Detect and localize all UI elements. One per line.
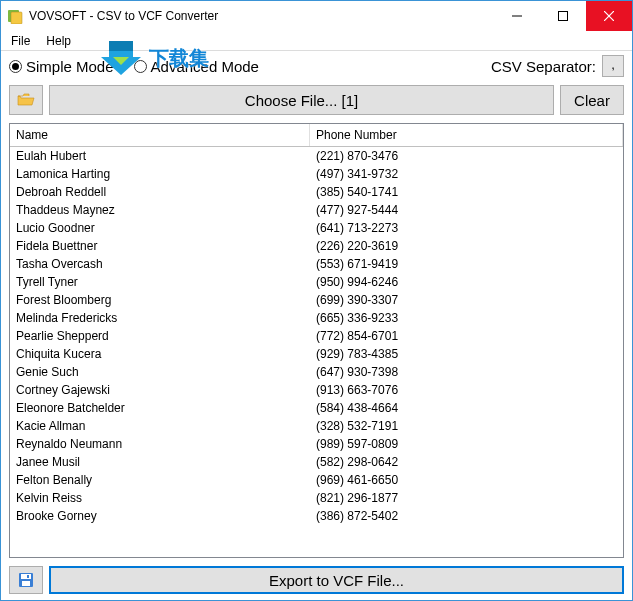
cell-name: Kelvin Reiss <box>10 491 310 505</box>
cell-name: Chiquita Kucera <box>10 347 310 361</box>
cell-phone: (665) 336-9233 <box>310 311 623 325</box>
cell-phone: (477) 927-5444 <box>310 203 623 217</box>
table-row[interactable]: Lamonica Harting(497) 341-9732 <box>10 165 623 183</box>
csv-separator-input[interactable]: , <box>602 55 624 77</box>
cell-name: Tyrell Tyner <box>10 275 310 289</box>
table-row[interactable]: Genie Such(647) 930-7398 <box>10 363 623 381</box>
maximize-button[interactable] <box>540 1 586 31</box>
save-button[interactable] <box>9 566 43 594</box>
radio-circle-icon <box>134 60 147 73</box>
table-row[interactable]: Felton Benally(969) 461-6650 <box>10 471 623 489</box>
contacts-table: Name Phone Number Eulah Hubert(221) 870-… <box>9 123 624 558</box>
cell-phone: (647) 930-7398 <box>310 365 623 379</box>
radio-advanced-mode[interactable]: Advanced Mode <box>134 58 259 75</box>
file-row: Choose File... [1] Clear <box>1 81 632 119</box>
window-title: VOVSOFT - CSV to VCF Converter <box>29 9 494 23</box>
export-row: Export to VCF File... <box>1 562 632 600</box>
menu-file[interactable]: File <box>5 32 36 50</box>
table-row[interactable]: Pearlie Shepperd(772) 854-6701 <box>10 327 623 345</box>
column-header-phone[interactable]: Phone Number <box>310 124 623 146</box>
svg-rect-12 <box>27 575 29 578</box>
table-row[interactable]: Thaddeus Maynez(477) 927-5444 <box>10 201 623 219</box>
cell-phone: (226) 220-3619 <box>310 239 623 253</box>
folder-open-icon <box>17 93 35 107</box>
svg-rect-10 <box>21 574 31 579</box>
table-row[interactable]: Chiquita Kucera(929) 783-4385 <box>10 345 623 363</box>
cell-phone: (989) 597-0809 <box>310 437 623 451</box>
cell-name: Melinda Fredericks <box>10 311 310 325</box>
table-row[interactable]: Kacie Allman(328) 532-7191 <box>10 417 623 435</box>
cell-name: Lucio Goodner <box>10 221 310 235</box>
cell-phone: (821) 296-1877 <box>310 491 623 505</box>
cell-name: Janee Musil <box>10 455 310 469</box>
window-controls <box>494 1 632 31</box>
cell-phone: (328) 532-7191 <box>310 419 623 433</box>
table-body[interactable]: Eulah Hubert(221) 870-3476Lamonica Harti… <box>10 147 623 557</box>
titlebar[interactable]: VOVSOFT - CSV to VCF Converter <box>1 1 632 31</box>
radio-advanced-label: Advanced Mode <box>151 58 259 75</box>
app-icon <box>7 8 23 24</box>
table-row[interactable]: Cortney Gajewski(913) 663-7076 <box>10 381 623 399</box>
cell-name: Fidela Buettner <box>10 239 310 253</box>
cell-name: Felton Benally <box>10 473 310 487</box>
cell-phone: (582) 298-0642 <box>310 455 623 469</box>
table-row[interactable]: Tyrell Tyner(950) 994-6246 <box>10 273 623 291</box>
cell-name: Tasha Overcash <box>10 257 310 271</box>
cell-phone: (221) 870-3476 <box>310 149 623 163</box>
table-row[interactable]: Kelvin Reiss(821) 296-1877 <box>10 489 623 507</box>
table-header: Name Phone Number <box>10 124 623 147</box>
clear-button[interactable]: Clear <box>560 85 624 115</box>
menubar: File Help <box>1 31 632 51</box>
cell-phone: (385) 540-1741 <box>310 185 623 199</box>
svg-rect-11 <box>22 581 30 586</box>
cell-phone: (553) 671-9419 <box>310 257 623 271</box>
table-row[interactable]: Janee Musil(582) 298-0642 <box>10 453 623 471</box>
cell-phone: (929) 783-4385 <box>310 347 623 361</box>
choose-file-button[interactable]: Choose File... [1] <box>49 85 554 115</box>
table-row[interactable]: Melinda Fredericks(665) 336-9233 <box>10 309 623 327</box>
svg-marker-8 <box>113 57 129 65</box>
column-header-name[interactable]: Name <box>10 124 310 146</box>
cell-phone: (969) 461-6650 <box>310 473 623 487</box>
table-row[interactable]: Reynaldo Neumann(989) 597-0809 <box>10 435 623 453</box>
radio-circle-icon <box>9 60 22 73</box>
table-row[interactable]: Fidela Buettner(226) 220-3619 <box>10 237 623 255</box>
mode-row: 下载集 Simple Mode Advanced Mode CSV Separa… <box>1 51 632 81</box>
export-button[interactable]: Export to VCF File... <box>49 566 624 594</box>
cell-name: Brooke Gorney <box>10 509 310 523</box>
radio-simple-label: Simple Mode <box>26 58 114 75</box>
cell-phone: (950) 994-6246 <box>310 275 623 289</box>
open-folder-button[interactable] <box>9 85 43 115</box>
cell-phone: (497) 341-9732 <box>310 167 623 181</box>
minimize-button[interactable] <box>494 1 540 31</box>
cell-name: Pearlie Shepperd <box>10 329 310 343</box>
cell-name: Eulah Hubert <box>10 149 310 163</box>
menu-help[interactable]: Help <box>40 32 77 50</box>
cell-name: Thaddeus Maynez <box>10 203 310 217</box>
table-row[interactable]: Lucio Goodner(641) 713-2273 <box>10 219 623 237</box>
cell-name: Genie Such <box>10 365 310 379</box>
table-row[interactable]: Eulah Hubert(221) 870-3476 <box>10 147 623 165</box>
svg-rect-3 <box>559 12 568 21</box>
cell-name: Eleonore Batchelder <box>10 401 310 415</box>
table-row[interactable]: Brooke Gorney(386) 872-5402 <box>10 507 623 525</box>
cell-name: Lamonica Harting <box>10 167 310 181</box>
table-row[interactable]: Debroah Reddell(385) 540-1741 <box>10 183 623 201</box>
cell-phone: (584) 438-4664 <box>310 401 623 415</box>
cell-phone: (641) 713-2273 <box>310 221 623 235</box>
csv-separator-label: CSV Separator: <box>491 58 596 75</box>
cell-name: Forest Bloomberg <box>10 293 310 307</box>
table-row[interactable]: Forest Bloomberg(699) 390-3307 <box>10 291 623 309</box>
table-row[interactable]: Eleonore Batchelder(584) 438-4664 <box>10 399 623 417</box>
floppy-disk-icon <box>18 572 34 588</box>
cell-phone: (699) 390-3307 <box>310 293 623 307</box>
radio-simple-mode[interactable]: Simple Mode <box>9 58 114 75</box>
cell-name: Kacie Allman <box>10 419 310 433</box>
close-button[interactable] <box>586 1 632 31</box>
cell-name: Reynaldo Neumann <box>10 437 310 451</box>
cell-phone: (913) 663-7076 <box>310 383 623 397</box>
cell-phone: (772) 854-6701 <box>310 329 623 343</box>
svg-rect-1 <box>11 12 22 24</box>
cell-phone: (386) 872-5402 <box>310 509 623 523</box>
table-row[interactable]: Tasha Overcash(553) 671-9419 <box>10 255 623 273</box>
